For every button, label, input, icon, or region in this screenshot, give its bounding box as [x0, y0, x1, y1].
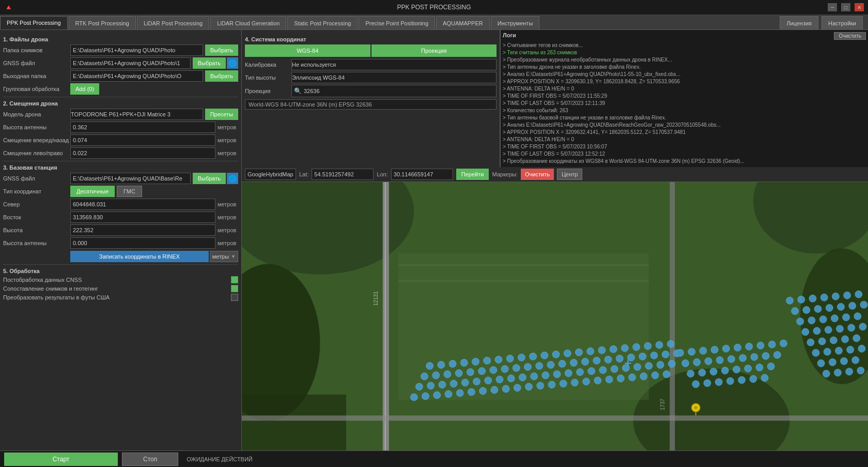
wgs-button[interactable]: WGS-84 — [245, 44, 370, 57]
svg-point-25 — [537, 382, 544, 389]
gnss-postproc-checkbox[interactable] — [231, 276, 238, 283]
tab-tools[interactable]: Инструменты — [491, 16, 540, 29]
goto-button[interactable]: Перейти — [456, 169, 489, 180]
folder-choose-button[interactable]: Выбрать — [205, 44, 238, 56]
tab-license[interactable]: Лицензия — [780, 16, 818, 29]
svg-point-116 — [837, 303, 844, 310]
gms-button[interactable]: ГМС — [117, 186, 142, 197]
svg-point-88 — [484, 357, 491, 364]
north-input[interactable] — [70, 199, 215, 210]
svg-point-77 — [616, 355, 623, 362]
start-button[interactable]: Старт — [4, 453, 118, 466]
folder-input[interactable] — [70, 44, 203, 56]
map-type-select[interactable]: GoogleHybridMap — [245, 169, 296, 180]
add-button[interactable]: Add (0) — [70, 83, 99, 95]
output-folder-row: Выходная папка Выбрать — [3, 70, 238, 82]
convert-checkbox[interactable] — [231, 294, 238, 301]
svg-point-130 — [859, 323, 866, 330]
gnss-globe-button[interactable]: 🌐 — [227, 57, 238, 69]
section4-title: 4. Система координат — [245, 36, 497, 42]
unit-select-button[interactable]: метры ▼ — [210, 251, 238, 262]
tab-lidar[interactable]: LiDAR Post Processing — [137, 16, 209, 29]
svg-point-84 — [438, 361, 445, 368]
height-input[interactable] — [70, 224, 215, 236]
svg-point-139 — [847, 346, 854, 353]
north-label: Север — [3, 201, 70, 207]
group-proc-label: Групповая обработка — [3, 86, 70, 92]
base-gnss-input[interactable] — [70, 173, 191, 184]
antenna-height-input[interactable] — [70, 122, 215, 133]
svg-point-165 — [751, 353, 758, 360]
height-type-select[interactable]: Эллипсоид WGS-84 — [291, 72, 497, 83]
tab-settings[interactable]: Настройки — [822, 16, 863, 29]
map-container[interactable]: ©2025 Google · Map data ©2025 Tele Atlas… — [242, 182, 868, 450]
log-entry-8: > TIME OF LAST OBS = 5/07/2023 12:11:39 — [503, 100, 866, 107]
center-button[interactable]: Центр — [557, 169, 583, 180]
gnss-file-row: GNSS файл Выбрать 🌐 — [3, 57, 238, 69]
antenna-height-unit: метров — [218, 124, 238, 130]
map-svg: ©2025 Google · Map data ©2025 Tele Atlas… — [242, 182, 868, 450]
forward-offset-unit: метров — [218, 137, 238, 143]
svg-point-66 — [490, 366, 497, 373]
svg-point-174 — [756, 364, 763, 371]
coord-type-row: Тип координат Десятичные ГМС — [3, 186, 238, 197]
decimal-button[interactable]: Десятичные — [70, 186, 115, 197]
svg-point-76 — [605, 356, 612, 363]
output-choose-button[interactable]: Выбрать — [205, 70, 238, 82]
sideways-offset-input[interactable] — [70, 147, 215, 159]
output-input[interactable] — [70, 70, 203, 82]
drone-model-select[interactable]: TOPODRONE P61+PPK+DJI Matrice 3 — [70, 109, 203, 120]
log-entry-1: > Теги считаны из 263 снимков — [503, 49, 866, 56]
write-coord-row: Записать координаты в RINEX метры ▼ — [3, 251, 238, 262]
svg-point-157 — [768, 341, 776, 348]
close-button[interactable]: ✕ — [855, 3, 864, 11]
svg-point-35 — [652, 372, 659, 379]
svg-point-96 — [575, 349, 582, 356]
svg-point-59 — [668, 360, 675, 367]
base-gnss-globe-button[interactable]: 🌐 — [227, 173, 238, 184]
lat-input[interactable] — [312, 169, 374, 180]
tab-lidar-cloud[interactable]: LiDAR Cloud Generation — [210, 16, 286, 29]
east-input[interactable] — [70, 212, 215, 223]
svg-point-50 — [565, 370, 572, 377]
stop-button[interactable]: Стоп — [122, 453, 178, 466]
geotagging-checkbox[interactable] — [231, 285, 238, 292]
svg-point-26 — [548, 381, 555, 388]
folder-label: Папка снимков — [3, 47, 70, 53]
proj-input[interactable] — [304, 85, 496, 97]
svg-point-137 — [824, 348, 831, 355]
tab-rtk[interactable]: RTK Post Processing — [69, 16, 136, 29]
svg-point-145 — [823, 370, 830, 378]
preset-button[interactable]: Пресеты — [205, 109, 238, 120]
tab-ppp[interactable]: Precise Point Positioning — [359, 16, 435, 29]
clear-markers-button[interactable]: Очистить — [521, 169, 554, 180]
svg-point-92 — [530, 353, 537, 360]
forward-offset-input[interactable] — [70, 134, 215, 146]
maximize-button[interactable]: □ — [841, 3, 850, 11]
svg-point-175 — [767, 363, 774, 370]
write-coord-button[interactable]: Записать координаты в RINEX — [70, 251, 209, 262]
minimize-button[interactable]: ─ — [828, 3, 837, 11]
lon-input[interactable] — [391, 169, 453, 180]
svg-point-117 — [849, 302, 856, 309]
east-unit: метров — [218, 214, 238, 220]
tab-aqua[interactable]: AQUAMAPPER — [436, 16, 490, 29]
title-bar: 🔺 PPK POST PROCESSING ─ □ ✕ — [0, 0, 868, 14]
tab-ppk[interactable]: PPK Post Processing — [0, 16, 68, 29]
log-clear-button[interactable]: Очистить — [834, 32, 866, 40]
calib-select[interactable]: Не используется — [291, 59, 497, 70]
gnss-file-input[interactable] — [70, 57, 191, 69]
gnss-file-choose-button[interactable]: Выбрать — [193, 57, 226, 69]
svg-point-85 — [449, 360, 456, 367]
log-entry-16: > Преобразование координаты из WGS84 в W… — [503, 158, 866, 164]
base-antenna-input[interactable] — [70, 237, 215, 249]
tab-static[interactable]: Static Post Processing — [287, 16, 358, 29]
svg-point-151 — [700, 347, 707, 354]
svg-point-31 — [606, 376, 613, 383]
svg-point-169 — [699, 369, 706, 376]
sideways-offset-unit: метров — [218, 150, 238, 156]
proj-button[interactable]: Проекция — [371, 44, 497, 57]
svg-point-63 — [455, 370, 462, 377]
svg-point-153 — [722, 345, 730, 352]
base-gnss-choose-button[interactable]: Выбрать — [193, 173, 226, 184]
